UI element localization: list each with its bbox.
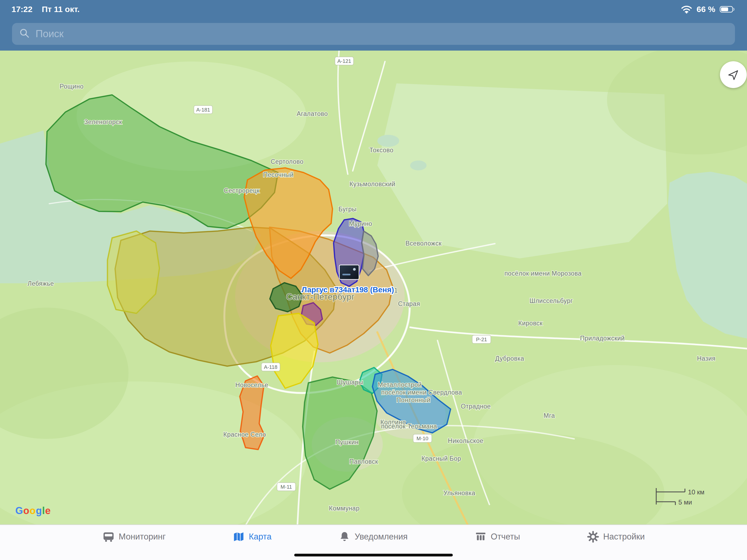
status-time: 17:22 — [11, 5, 32, 14]
scale-km-label: 10 км — [688, 488, 704, 496]
map-place-label: Приладожский — [580, 335, 625, 342]
map-place-label: Шлиссельбург — [530, 297, 573, 304]
navigation-arrow-icon — [727, 68, 740, 81]
map-place-label: Шушары — [337, 379, 363, 386]
zone-pushkin-green[interactable] — [303, 377, 377, 489]
map-place-label: Красный Бор — [421, 455, 461, 462]
map-place-label: Мга — [544, 412, 555, 419]
tab-label: Карта — [249, 532, 272, 542]
vehicle-label[interactable]: Ларгус в734ат198 (Веня) — [302, 285, 394, 294]
tab-notifications[interactable]: Уведомления — [338, 531, 408, 543]
battery-icon — [720, 5, 736, 13]
tab-monitoring[interactable]: Мониторинг — [102, 531, 166, 543]
road-badge: А-121 — [335, 57, 354, 65]
locate-button[interactable] — [720, 61, 747, 88]
map-place-label: Рощино — [60, 83, 83, 90]
map-place-label: Старая — [398, 300, 420, 307]
map-place-label: Лебяжье — [28, 280, 54, 287]
tab-label: Отчеты — [491, 532, 520, 542]
map-place-label: Всеволожск — [406, 240, 442, 247]
google-logo: Google — [15, 505, 51, 516]
home-indicator[interactable] — [294, 554, 453, 556]
map-place-label: Мурино — [349, 220, 372, 227]
map-place-label: Агалатово — [297, 110, 328, 117]
map-place-label: Дубровка — [495, 355, 524, 362]
road-badge: А-181 — [194, 105, 212, 114]
map-place-label: Никольское — [448, 437, 483, 444]
tab-settings[interactable]: Настройки — [587, 531, 645, 543]
tab-map[interactable]: Карта — [232, 531, 272, 543]
search-bar[interactable] — [12, 23, 735, 45]
map-place-label: Новоселье — [235, 381, 268, 388]
tab-label: Мониторинг — [119, 532, 166, 542]
svg-text:А-121: А-121 — [337, 58, 351, 64]
road-badge: М-11 — [277, 483, 295, 491]
map-icon — [232, 531, 245, 543]
map-canvas[interactable]: РощиноЗеленогорскАгалатовоТоксовоКузьмол… — [0, 51, 747, 525]
map-place-label: посёлок имени Морозова — [505, 270, 582, 277]
road-badge: А-118 — [261, 363, 280, 371]
map-place-label: Пушкин — [335, 439, 358, 446]
svg-text:А-118: А-118 — [264, 364, 277, 370]
tab-label: Уведомления — [355, 532, 408, 542]
map-place-label: Кузьмоловский — [350, 180, 395, 187]
map-viewport[interactable]: РощиноЗеленогорскАгалатовоТоксовоКузьмол… — [0, 51, 747, 525]
status-date: Пт 11 окт. — [42, 5, 80, 14]
svg-text:Р-21: Р-21 — [476, 337, 487, 342]
map-place-label: Сестрорецк — [224, 187, 260, 194]
battery-percentage: 66 % — [697, 5, 715, 14]
map-place-label: Ульяновка — [443, 489, 475, 497]
map-place-label: Коммунар — [329, 505, 360, 512]
map-place-label: Песочный — [263, 171, 293, 178]
columns-icon — [474, 531, 487, 543]
svg-text:М-10: М-10 — [416, 436, 428, 441]
map-place-label: Красное Село — [223, 431, 266, 438]
svg-text:А-181: А-181 — [196, 107, 210, 113]
map-place-label: Зеленогорск — [84, 119, 122, 126]
map-place-label: Отрадное — [461, 403, 491, 410]
bell-icon — [338, 531, 351, 543]
road-badge: Р-21 — [472, 335, 491, 343]
tab-reports[interactable]: Отчеты — [474, 531, 520, 543]
search-icon — [19, 28, 30, 40]
map-place-label: посёлок имени Свердлова — [381, 389, 462, 396]
map-place-label: Кировск — [518, 320, 543, 327]
header: 17:22 Пт 11 окт. 66 % — [0, 0, 747, 51]
tab-label: Настройки — [603, 532, 645, 542]
map-place-label: Токсово — [369, 147, 393, 154]
wifi-icon — [681, 5, 692, 14]
scale-mi-label: 5 ми — [678, 499, 692, 506]
map-place-label: Назия — [697, 355, 716, 362]
gear-icon — [587, 531, 599, 543]
search-input[interactable] — [35, 28, 728, 40]
map-place-label: Сертолово — [271, 158, 304, 165]
bus-icon — [102, 531, 115, 543]
road-badge: М-10 — [413, 434, 432, 442]
map-place-label: посёлок Тельмана — [381, 423, 437, 430]
map-place-label: Бугры — [338, 206, 357, 213]
map-place-label: Металлострой — [378, 381, 422, 388]
map-place-label: Понтонный — [396, 397, 430, 404]
svg-text:М-11: М-11 — [281, 484, 292, 490]
status-bar: 17:22 Пт 11 окт. 66 % — [0, 0, 747, 17]
map-place-label: Павловск — [349, 458, 378, 465]
